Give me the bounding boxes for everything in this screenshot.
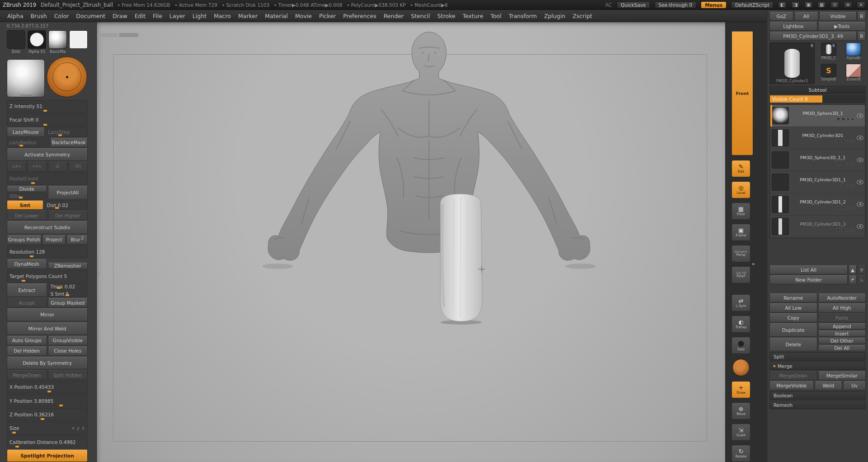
menu-transform[interactable]: Transform xyxy=(505,13,540,19)
uv-icon[interactable] xyxy=(842,228,845,231)
slider-marker[interactable] xyxy=(43,110,47,112)
visible-button[interactable]: Visible xyxy=(819,12,857,21)
close-icon[interactable]: × xyxy=(857,1,865,8)
toggle-dot[interactable] xyxy=(851,140,854,143)
toggle-dot[interactable] xyxy=(851,229,854,231)
tool-r-button[interactable]: R xyxy=(858,32,866,41)
smt-button[interactable]: Smt xyxy=(7,200,43,210)
menu-draw[interactable]: Draw xyxy=(109,13,131,19)
menu-texture[interactable]: Texture xyxy=(459,13,487,19)
mirror-button[interactable]: Mirror xyxy=(7,308,88,321)
toggle-dot[interactable] xyxy=(847,229,849,231)
scale-mode-button[interactable]: ⇲Scale xyxy=(731,424,750,441)
tool-slot-simplebrush[interactable]: S SimpleB xyxy=(816,64,841,84)
project-button[interactable]: Project xyxy=(42,235,66,245)
insert-button[interactable]: Insert xyxy=(818,330,866,337)
menu-color[interactable]: Color xyxy=(51,13,73,19)
slider-marker[interactable] xyxy=(47,391,51,392)
duplicate-button[interactable]: Duplicate xyxy=(769,323,817,337)
toggle-dot[interactable] xyxy=(851,118,854,121)
menu-marker[interactable]: Marker xyxy=(235,13,261,19)
weld-button[interactable]: Weld xyxy=(815,381,843,390)
mirror-and-weld-button[interactable]: Mirror And Weld xyxy=(7,322,88,335)
rename-button[interactable]: Rename xyxy=(769,293,817,302)
toggle-dot[interactable] xyxy=(847,118,849,121)
current-tool-name[interactable]: PM3D_Cylinder3D1_3. 49 xyxy=(769,32,857,41)
z-intensity-slider[interactable]: Z Intensity 51 xyxy=(7,100,88,113)
polypaint-icon[interactable] xyxy=(837,140,840,143)
subtool-thumbnail[interactable] xyxy=(772,196,789,213)
polypaint-icon[interactable] xyxy=(837,184,840,187)
backfacemask-button[interactable]: BackfaceMask xyxy=(50,138,88,147)
delete-button[interactable]: Delete xyxy=(769,338,817,351)
del-hidden-button[interactable]: Del Hidden xyxy=(7,346,47,356)
subtool-item[interactable]: PM3D_Cylinder3D1 xyxy=(770,127,865,149)
menu-file[interactable]: File xyxy=(149,13,166,19)
menu-edit[interactable]: Edit xyxy=(131,13,149,19)
memory-icon[interactable]: ⊙ xyxy=(830,1,839,8)
y-position-slider[interactable]: Y Position 3.80985 xyxy=(7,394,88,407)
boolean-section-header[interactable]: Boolean xyxy=(769,391,866,400)
r-button[interactable]: R xyxy=(858,12,866,21)
frame-button[interactable]: ▣Frame xyxy=(731,224,750,241)
split-view-icon[interactable]: ◨ xyxy=(791,1,800,8)
menu-tool[interactable]: Tool xyxy=(487,13,505,19)
menu-document[interactable]: Document xyxy=(72,13,109,19)
goz-button[interactable]: GoZ xyxy=(769,12,793,21)
subtool-up-icon[interactable]: ▲ xyxy=(849,265,857,274)
polypaint-icon[interactable] xyxy=(837,206,840,209)
mergevisible-button[interactable]: MergeVisible xyxy=(769,381,814,390)
menus-button[interactable]: Menus xyxy=(701,1,726,9)
alpha-thumbnail[interactable] xyxy=(28,30,46,49)
uv-icon[interactable] xyxy=(842,140,845,143)
auto-groups-button[interactable]: Auto Groups xyxy=(7,336,47,345)
del-other-button[interactable]: Del Other xyxy=(818,338,866,344)
subtool-item[interactable]: PM3D_Cylinder3D1_1 xyxy=(770,171,865,193)
toggle-dot[interactable] xyxy=(847,184,849,187)
subtool-thumbnail[interactable] xyxy=(772,218,789,235)
calibration-distance-slider[interactable]: Calibration Distance 0.4992 xyxy=(7,435,88,448)
move-mode-button[interactable]: ⊕Move xyxy=(731,402,750,420)
target-polygons-slider[interactable]: Target Polygons Count 5 xyxy=(7,270,88,283)
thick-slider[interactable]: Thick 0.02 xyxy=(48,283,88,290)
uv-icon[interactable] xyxy=(842,162,845,165)
list-all-button[interactable]: List All xyxy=(769,265,848,274)
toggle-dot[interactable] xyxy=(847,162,849,165)
front-view-button[interactable]: Front xyxy=(731,31,753,156)
polypaint-icon[interactable] xyxy=(837,228,840,231)
transparency-button[interactable]: ◐Transp xyxy=(731,316,750,333)
quicksave-button[interactable]: QuickSave xyxy=(617,1,650,9)
folder-up-icon[interactable]: ↱ xyxy=(849,275,857,284)
slider-marker[interactable] xyxy=(59,405,63,406)
size-slider[interactable]: Sizex y z xyxy=(7,422,88,434)
all-high-button[interactable]: All High xyxy=(818,303,866,312)
toggle-dot[interactable] xyxy=(851,162,854,165)
eye-icon[interactable] xyxy=(857,113,863,118)
slider-marker[interactable] xyxy=(43,124,47,126)
menu-light[interactable]: Light xyxy=(189,13,210,19)
material-thumbnail[interactable] xyxy=(48,30,67,49)
uv-icon[interactable] xyxy=(842,184,845,187)
autoreorder-button[interactable]: AutoReorder xyxy=(818,293,866,302)
tools-button[interactable]: ▶Tools xyxy=(818,22,866,31)
menu-movie[interactable]: Movie xyxy=(292,13,316,19)
projectall-button[interactable]: ProjectAll xyxy=(48,186,88,199)
persp-button[interactable]: DynamicPersp xyxy=(731,245,750,262)
close-holes-button[interactable]: Close Holes xyxy=(48,346,88,356)
new-folder-button[interactable]: New Folder xyxy=(769,275,848,284)
menu-zscript[interactable]: Zscript xyxy=(569,13,596,19)
eye-icon[interactable] xyxy=(857,136,863,140)
slider-marker[interactable] xyxy=(57,287,61,289)
focal-shift-slider[interactable]: Focal Shift 0 xyxy=(7,113,88,126)
texture-thumbnail[interactable] xyxy=(69,30,88,49)
menu-layer[interactable]: Layer xyxy=(166,13,189,19)
all-low-button[interactable]: All Low xyxy=(769,303,817,312)
subtool-section-header[interactable]: Subtool xyxy=(769,86,866,94)
see-through-slider[interactable]: See-through 0 xyxy=(655,1,697,9)
stroke-picker[interactable]: Dots xyxy=(7,30,25,54)
panel-icon[interactable]: ≡ xyxy=(844,1,852,8)
reconstruct-subdiv-button[interactable]: Reconstruct Subdiv xyxy=(7,221,88,234)
floor-button[interactable]: ▦Floor xyxy=(731,203,750,220)
slider-marker[interactable] xyxy=(66,294,69,296)
canvas-viewport[interactable]: ◂ xyxy=(97,22,725,462)
